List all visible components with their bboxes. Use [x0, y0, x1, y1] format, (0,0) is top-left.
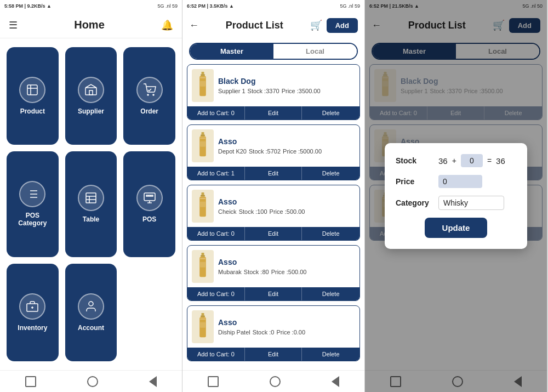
delete-btn[interactable]: Delete: [302, 287, 359, 300]
product-actions: Add to Cart: 0 Edit Delete: [187, 348, 359, 361]
account-icon-circle: [78, 293, 104, 320]
product-card-label: Product: [20, 107, 45, 115]
home-card-pos[interactable]: POS: [123, 151, 175, 257]
tab-local-2[interactable]: Local: [273, 44, 357, 59]
add-to-cart-btn[interactable]: Add to Cart: 0: [187, 227, 245, 240]
svg-point-3: [147, 94, 149, 95]
product-image: [192, 129, 214, 162]
bottom-square-btn-2[interactable]: [208, 376, 219, 387]
stock-add-input[interactable]: [461, 154, 483, 167]
product-info-row: Asso Diship Patel Stock :0 Price :0.00: [187, 306, 359, 348]
pos-category-card-label: POS Category: [11, 212, 54, 227]
price-label-inline: Price :3500.00: [282, 88, 321, 94]
home-card-product[interactable]: Product: [7, 47, 59, 145]
inventory-icon: [26, 300, 39, 313]
add-button-2[interactable]: Add: [327, 18, 358, 33]
svg-rect-0: [27, 85, 37, 95]
table-icon: [84, 191, 98, 204]
svg-rect-20: [151, 195, 153, 196]
product-actions: Add to Cart: 1 Edit Delete: [187, 167, 359, 180]
svg-rect-49: [200, 322, 206, 328]
edit-btn[interactable]: Edit: [245, 227, 302, 240]
home-card-order[interactable]: Order: [123, 47, 175, 145]
edit-btn[interactable]: Edit: [245, 348, 302, 361]
bottom-circle-btn[interactable]: [87, 376, 98, 387]
svg-rect-1: [85, 88, 96, 95]
edit-btn[interactable]: Edit: [245, 106, 302, 120]
product-details: Asso Mubarak Stock :80 Price :500.00: [218, 258, 355, 275]
bottom-square-btn[interactable]: [25, 376, 36, 387]
delete-btn[interactable]: Delete: [302, 106, 359, 120]
stock-label-inline: Stock :3370: [248, 88, 279, 94]
product-item: Black Dog Supplier 1 Stock :3370 Price :…: [187, 64, 360, 120]
status-right-2: 5G .nl 59: [340, 3, 360, 9]
home-card-inventory[interactable]: Inventory: [7, 264, 59, 361]
product-meta: Cheick Stock :100 Price :500.00: [218, 208, 355, 215]
product-item: Asso Cheick Stock :100 Price :500.00 Add…: [187, 185, 360, 241]
home-card-table[interactable]: Table: [65, 151, 117, 257]
supplier-value: Diship Patel: [218, 329, 250, 336]
home-card-pos-category[interactable]: POS Category: [7, 151, 59, 257]
product-meta: Mubarak Stock :80 Price :500.00: [218, 269, 355, 275]
product-image: [192, 310, 214, 343]
product-details: Asso Diship Patel Stock :0 Price :0.00: [218, 318, 355, 336]
home-title: Home: [74, 19, 105, 31]
edit-btn[interactable]: Edit: [245, 167, 302, 180]
product-meta: Diship Patel Stock :0 Price :0.00: [218, 329, 355, 336]
stock-row: Stock 36 + = 36: [396, 154, 516, 167]
bottom-triangle-btn-2[interactable]: [332, 376, 339, 387]
svg-rect-41: [201, 255, 205, 257]
warehouse-icon: [84, 83, 98, 96]
delete-btn[interactable]: Delete: [302, 227, 359, 240]
product-name: Asso: [218, 318, 355, 327]
bell-icon[interactable]: 🔔: [161, 19, 173, 31]
delete-btn[interactable]: Delete: [302, 167, 359, 180]
product-name: Asso: [218, 197, 355, 206]
update-button[interactable]: Update: [425, 218, 488, 238]
account-icon: [84, 300, 98, 313]
modal-overlay: Stock 36 + = 36 Price Category Update: [365, 0, 547, 392]
product-list-title-2: Product List: [226, 20, 283, 31]
cart-icon-2[interactable]: 🛒: [310, 19, 322, 31]
product-info-row: Asso Depot K20 Stock :5702 Price :5000.0…: [187, 125, 359, 167]
svg-rect-44: [200, 262, 206, 268]
product-name: Asso: [218, 258, 355, 266]
edit-btn[interactable]: Edit: [245, 287, 302, 300]
product-image: [192, 250, 214, 283]
table-card-label: Table: [83, 215, 99, 223]
svg-rect-35: [202, 192, 204, 195]
product-item: Asso Mubarak Stock :80 Price :500.00 Add…: [187, 245, 360, 301]
home-card-account[interactable]: Account: [65, 264, 117, 361]
tab-master-2[interactable]: Master: [190, 44, 273, 59]
account-card-label: Account: [78, 324, 104, 332]
price-input[interactable]: [438, 175, 482, 188]
back-button-2[interactable]: ←: [189, 20, 199, 31]
product-meta: Supplier 1 Stock :3370 Price :3500.00: [218, 88, 355, 94]
add-to-cart-btn[interactable]: Add to Cart: 0: [187, 287, 245, 300]
bottom-circle-btn-2[interactable]: [270, 376, 281, 387]
price-label-inline: Price :500.00: [271, 269, 307, 275]
delete-btn[interactable]: Delete: [302, 348, 359, 361]
supplier-value: Cheick: [218, 208, 237, 215]
phone-1: 5:58 PM | 9.2KB/s ▲ 5G .nl 59 ☰ Home 🔔 P…: [0, 0, 182, 392]
tabs-container-2: Master Local: [182, 38, 364, 64]
phone-2: 6:52 PM | 3.5KB/s ▲ 5G .nl 59 ← Product …: [182, 0, 365, 392]
add-to-cart-btn[interactable]: Add to Cart: 1: [187, 167, 245, 180]
svg-rect-29: [200, 81, 206, 87]
category-input[interactable]: [438, 196, 504, 210]
svg-rect-46: [201, 315, 205, 317]
pos-icon: [143, 191, 156, 204]
svg-rect-34: [200, 141, 206, 147]
phone-3: 6:52 PM | 21.5KB/s ▲ 5G .nl 50 ← Product…: [365, 0, 547, 392]
stock-current-value: 36: [438, 156, 448, 166]
svg-rect-31: [201, 134, 205, 136]
product-meta: Depot K20 Stock :5702 Price :5000.00: [218, 148, 355, 155]
svg-rect-38: [200, 198, 206, 199]
add-to-cart-btn[interactable]: Add to Cart: 0: [187, 348, 245, 361]
add-to-cart-btn[interactable]: Add to Cart: 0: [187, 106, 245, 120]
hamburger-icon[interactable]: ☰: [9, 19, 18, 31]
svg-rect-40: [202, 253, 204, 255]
home-card-supplier[interactable]: Supplier: [65, 47, 117, 145]
inventory-card-label: Inventory: [18, 324, 47, 332]
bottom-triangle-btn[interactable]: [149, 376, 157, 387]
